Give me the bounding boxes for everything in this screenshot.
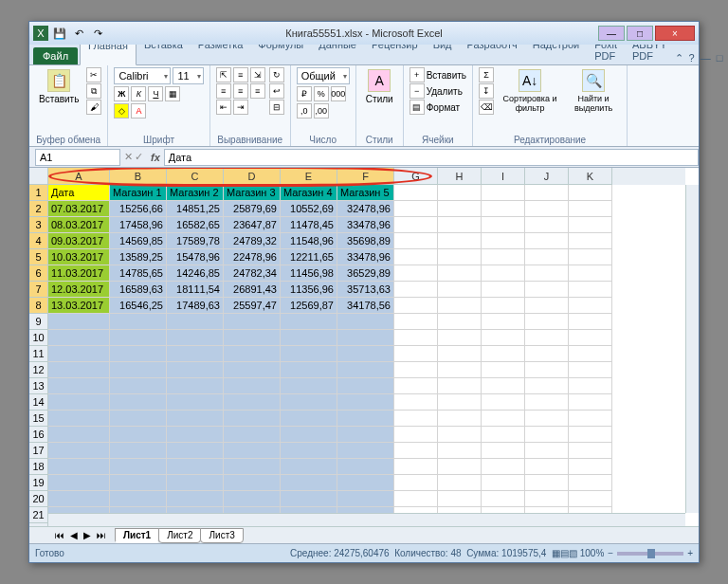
- cell[interactable]: [438, 346, 482, 362]
- cell[interactable]: 23647,87: [224, 217, 281, 233]
- align-center-icon[interactable]: ≡: [233, 83, 248, 99]
- view-normal-icon[interactable]: ▦: [552, 548, 560, 558]
- cell[interactable]: [394, 201, 438, 217]
- align-mid-icon[interactable]: ≡: [233, 67, 248, 82]
- cell[interactable]: [224, 427, 281, 443]
- cell[interactable]: [281, 330, 337, 346]
- cell[interactable]: 33478,96: [337, 217, 394, 233]
- cell[interactable]: [394, 394, 438, 411]
- cell[interactable]: [569, 201, 612, 217]
- cell[interactable]: [394, 427, 438, 443]
- cell[interactable]: [281, 362, 337, 378]
- cell[interactable]: [438, 201, 482, 217]
- cell[interactable]: [281, 378, 337, 394]
- cut-icon[interactable]: ✂: [86, 67, 101, 82]
- cell[interactable]: [167, 394, 224, 411]
- cell[interactable]: [482, 394, 525, 411]
- row-header-11[interactable]: 11: [29, 346, 48, 362]
- cell[interactable]: [438, 265, 482, 282]
- cell[interactable]: [167, 362, 224, 378]
- cell[interactable]: [224, 330, 281, 346]
- cell[interactable]: [482, 443, 525, 459]
- cell[interactable]: [337, 330, 394, 346]
- select-all-corner[interactable]: [29, 168, 48, 185]
- zoom-slider[interactable]: [617, 552, 683, 556]
- sheet-nav-next-icon[interactable]: ▶: [81, 530, 94, 540]
- format-painter-icon[interactable]: 🖌: [86, 100, 101, 115]
- zoom-out-icon[interactable]: −: [608, 548, 613, 558]
- cell[interactable]: [569, 394, 612, 411]
- cell[interactable]: [482, 362, 525, 378]
- formula-input[interactable]: Дата: [164, 149, 699, 166]
- cell[interactable]: [438, 362, 482, 378]
- cell[interactable]: [438, 427, 482, 443]
- align-top-icon[interactable]: ⇱: [216, 67, 231, 82]
- row-header-6[interactable]: 6: [29, 265, 48, 282]
- row-header-9[interactable]: 9: [29, 314, 48, 330]
- cell[interactable]: [110, 394, 167, 411]
- indent-inc-icon[interactable]: ⇥: [233, 100, 248, 115]
- save-icon[interactable]: 💾: [52, 26, 67, 41]
- cell[interactable]: [281, 475, 337, 491]
- cell[interactable]: [337, 459, 394, 475]
- cell[interactable]: [110, 475, 167, 491]
- cell[interactable]: 13589,25: [110, 249, 167, 265]
- cell[interactable]: [337, 378, 394, 394]
- cell[interactable]: [525, 411, 569, 427]
- cell[interactable]: 25879,69: [224, 201, 281, 217]
- cell[interactable]: 08.03.2017: [48, 217, 110, 233]
- row-header-22[interactable]: 22: [29, 523, 48, 526]
- row-header-17[interactable]: 17: [29, 443, 48, 459]
- currency-icon[interactable]: ₽: [297, 86, 312, 101]
- cell[interactable]: [438, 185, 482, 201]
- cell[interactable]: 35713,63: [337, 282, 394, 298]
- cell[interactable]: [224, 314, 281, 330]
- cell[interactable]: [525, 443, 569, 459]
- cell[interactable]: 18111,54: [167, 282, 224, 298]
- cell[interactable]: 09.03.2017: [48, 233, 110, 249]
- row-header-12[interactable]: 12: [29, 362, 48, 378]
- zoom-in-icon[interactable]: +: [687, 548, 693, 558]
- view-layout-icon[interactable]: ▤: [560, 548, 569, 558]
- cell[interactable]: [569, 282, 612, 298]
- cell[interactable]: [525, 298, 569, 314]
- ribbon-minimize-icon[interactable]: ⌃: [675, 52, 683, 64]
- cell[interactable]: [438, 394, 482, 411]
- cell[interactable]: [48, 411, 110, 427]
- horizontal-scrollbar[interactable]: [48, 513, 685, 526]
- cell[interactable]: [337, 427, 394, 443]
- row-header-7[interactable]: 7: [29, 282, 48, 298]
- col-header-D[interactable]: D: [224, 168, 281, 185]
- cell[interactable]: [110, 491, 167, 507]
- help-icon[interactable]: ?: [689, 52, 695, 64]
- cell[interactable]: [337, 314, 394, 330]
- cell[interactable]: [48, 443, 110, 459]
- cell[interactable]: [281, 491, 337, 507]
- col-header-J[interactable]: J: [525, 168, 569, 185]
- col-header-B[interactable]: B: [110, 168, 167, 185]
- cell[interactable]: 17489,63: [167, 298, 224, 314]
- cell[interactable]: [48, 394, 110, 411]
- cell[interactable]: [224, 362, 281, 378]
- cell[interactable]: 11456,98: [281, 265, 337, 282]
- col-header-I[interactable]: I: [482, 168, 525, 185]
- maximize-button[interactable]: □: [627, 26, 653, 41]
- cell[interactable]: Магазин 5: [337, 185, 394, 201]
- cell[interactable]: [224, 491, 281, 507]
- cell[interactable]: [569, 378, 612, 394]
- cell[interactable]: [438, 249, 482, 265]
- cell[interactable]: [48, 346, 110, 362]
- cell[interactable]: [525, 282, 569, 298]
- row-header-16[interactable]: 16: [29, 427, 48, 443]
- cell[interactable]: [482, 185, 525, 201]
- cell[interactable]: [525, 217, 569, 233]
- cell[interactable]: [438, 491, 482, 507]
- align-right-icon[interactable]: ≡: [250, 83, 265, 99]
- cell[interactable]: [110, 427, 167, 443]
- sheet-nav-prev-icon[interactable]: ◀: [67, 530, 81, 540]
- cell[interactable]: [569, 362, 612, 378]
- cell[interactable]: [224, 411, 281, 427]
- cell[interactable]: [525, 459, 569, 475]
- cell[interactable]: [337, 411, 394, 427]
- cell[interactable]: 35698,89: [337, 233, 394, 249]
